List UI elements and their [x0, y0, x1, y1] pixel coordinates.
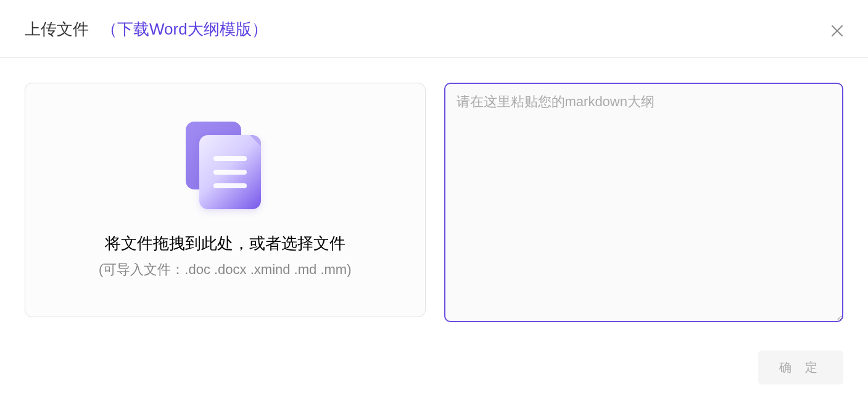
confirm-button[interactable]: 确 定 [758, 351, 843, 384]
drop-text: 将文件拖拽到此处，或者选择文件 [105, 233, 345, 254]
file-types-hint: (可导入文件：.doc .docx .xmind .md .mm) [99, 260, 352, 279]
file-drop-zone[interactable]: 将文件拖拽到此处，或者选择文件 (可导入文件：.doc .docx .xmind… [25, 83, 426, 317]
modal-header: 上传文件 （下载Word大纲模版） [0, 0, 868, 58]
modal-footer: 确 定 [0, 351, 868, 403]
upload-file-modal: 上传文件 （下载Word大纲模版） 将文件拖拽到此处，或者选择文件 (可导入文件… [0, 0, 868, 403]
document-icon [188, 122, 262, 208]
modal-title: 上传文件 [25, 19, 89, 40]
download-template-link[interactable]: （下载Word大纲模版） [101, 19, 268, 40]
markdown-input[interactable] [444, 83, 844, 322]
close-icon[interactable] [830, 23, 845, 38]
modal-body: 将文件拖拽到此处，或者选择文件 (可导入文件：.doc .docx .xmind… [0, 58, 868, 351]
markdown-panel [444, 83, 844, 322]
